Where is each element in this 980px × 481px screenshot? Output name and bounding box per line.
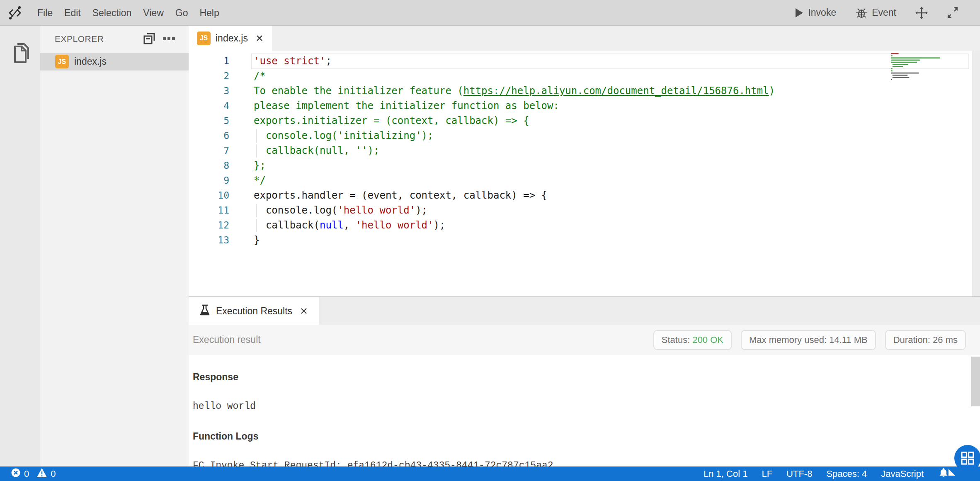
code-editor[interactable]: 1'use strict';2/*3To enable the initiali… bbox=[189, 51, 980, 296]
line-number[interactable]: 11 bbox=[189, 203, 249, 218]
explorer-header: EXPLORER bbox=[40, 26, 189, 51]
line-number[interactable]: 10 bbox=[189, 188, 249, 203]
code-line-text: To enable the initializer feature (https… bbox=[249, 85, 775, 97]
errors-icon[interactable] bbox=[11, 468, 21, 480]
code-line-2[interactable]: 2/* bbox=[189, 68, 980, 83]
code-line-text: callback(null, 'hello world'); bbox=[249, 219, 445, 231]
menu-edit[interactable]: Edit bbox=[58, 0, 87, 26]
code-line-11[interactable]: 11 console.log('hello world'); bbox=[189, 203, 980, 218]
tab-label: index.js bbox=[216, 33, 248, 44]
tab-index-js[interactable]: JS index.js bbox=[189, 26, 272, 51]
expand-button[interactable] bbox=[947, 7, 958, 19]
line-number[interactable]: 12 bbox=[189, 218, 249, 233]
code-line-9[interactable]: 9*/ bbox=[189, 173, 980, 188]
more-actions-icon[interactable] bbox=[163, 36, 175, 43]
encoding-indicator[interactable]: UTF-8 bbox=[786, 469, 812, 479]
code-line-text: */ bbox=[249, 175, 266, 186]
panel-scrollbar[interactable] bbox=[971, 357, 980, 406]
code-line-7[interactable]: 7 callback(null, ''); bbox=[189, 143, 980, 158]
code-line-text: } bbox=[249, 234, 260, 246]
move-button[interactable] bbox=[915, 7, 928, 19]
event-button[interactable]: Event bbox=[855, 7, 896, 19]
indentation-indicator[interactable]: Spaces: 4 bbox=[826, 469, 867, 479]
bell-icon[interactable] bbox=[938, 467, 949, 481]
menu-bar: FileEditSelectionViewGoHelp InvokeEvent bbox=[0, 0, 980, 26]
action-label: Invoke bbox=[808, 7, 836, 18]
status-badge-2: Duration: 26 ms bbox=[885, 330, 966, 350]
move-icon bbox=[915, 7, 928, 19]
app-logo-icon[interactable] bbox=[6, 4, 24, 22]
line-number[interactable]: 5 bbox=[189, 113, 249, 128]
code-line-text: exports.handler = (event, context, callb… bbox=[249, 189, 547, 201]
menu-help[interactable]: Help bbox=[194, 0, 225, 26]
warnings-icon[interactable] bbox=[36, 468, 47, 480]
menu-selection[interactable]: Selection bbox=[87, 0, 138, 26]
expand-icon bbox=[947, 7, 958, 19]
code-line-6[interactable]: 6 console.log('initializing'); bbox=[189, 128, 980, 143]
code-line-text: }; bbox=[249, 160, 266, 171]
menu-items: FileEditSelectionViewGoHelp bbox=[32, 0, 225, 26]
function-logs-heading: Function Logs bbox=[193, 431, 980, 442]
tab-close-icon[interactable] bbox=[255, 34, 264, 42]
panel-close-icon[interactable] bbox=[300, 307, 308, 315]
line-number[interactable]: 2 bbox=[189, 68, 249, 83]
cursor-position[interactable]: Ln 1, Col 1 bbox=[703, 469, 747, 479]
line-number[interactable]: 3 bbox=[189, 83, 249, 98]
line-number[interactable]: 13 bbox=[189, 233, 249, 248]
files-explorer-icon[interactable] bbox=[9, 41, 31, 68]
indent-guide bbox=[256, 129, 257, 143]
code-line-8[interactable]: 8}; bbox=[189, 158, 980, 173]
collapse-folders-icon[interactable] bbox=[142, 32, 156, 47]
line-number[interactable]: 4 bbox=[189, 98, 249, 113]
line-number[interactable]: 9 bbox=[189, 173, 249, 188]
activity-bar bbox=[0, 26, 40, 466]
menu-file[interactable]: File bbox=[32, 0, 58, 26]
code-line-1[interactable]: 1'use strict'; bbox=[189, 53, 980, 68]
indent-guide bbox=[256, 219, 257, 232]
line-number[interactable]: 8 bbox=[189, 158, 249, 173]
error-count[interactable]: 0 bbox=[24, 469, 29, 479]
apps-grid-button[interactable] bbox=[954, 445, 980, 471]
menu-view[interactable]: View bbox=[137, 0, 169, 26]
explorer-title: EXPLORER bbox=[55, 34, 104, 44]
code-line-3[interactable]: 3To enable the initializer feature (http… bbox=[189, 83, 980, 98]
execution-results-panel: Execution Results Execution result Statu… bbox=[189, 296, 980, 466]
response-body: hello world bbox=[193, 401, 980, 412]
status-badge-1: Max memory used: 14.11 MB bbox=[741, 330, 876, 350]
menu-actions: InvokeEvent bbox=[794, 7, 958, 19]
indent-guide bbox=[256, 204, 257, 217]
editor-scrollbar[interactable] bbox=[972, 51, 980, 296]
code-line-text: 'use strict'; bbox=[249, 55, 332, 67]
code-line-10[interactable]: 10exports.handler = (event, context, cal… bbox=[189, 188, 980, 203]
code-line-5[interactable]: 5exports.initializer = (context, callbac… bbox=[189, 113, 980, 128]
execution-result-label: Execution result bbox=[193, 334, 261, 345]
javascript-file-icon: JS bbox=[55, 55, 69, 68]
line-number[interactable]: 6 bbox=[189, 128, 249, 143]
response-heading: Response bbox=[193, 372, 980, 383]
code-line-12[interactable]: 12 callback(null, 'hello world'); bbox=[189, 218, 980, 233]
sidebar-item-index-js[interactable]: JSindex.js bbox=[40, 53, 189, 70]
status-bar: 0 0 Ln 1, Col 1LFUTF-8Spaces: 4JavaScrip… bbox=[0, 466, 980, 481]
status-badge-0: Status: 200 OK bbox=[653, 330, 732, 350]
editor-tab-bar: JS index.js bbox=[189, 26, 980, 51]
beaker-icon bbox=[199, 304, 210, 318]
explorer-sidebar: EXPLORER JSindex.js bbox=[40, 26, 189, 466]
code-line-text: console.log('hello world'); bbox=[249, 204, 427, 216]
language-mode[interactable]: JavaScript bbox=[881, 469, 924, 479]
grid-icon bbox=[960, 450, 975, 466]
line-number[interactable]: 7 bbox=[189, 143, 249, 158]
menu-go[interactable]: Go bbox=[170, 0, 194, 26]
line-number[interactable]: 1 bbox=[189, 53, 249, 68]
code-line-13[interactable]: 13} bbox=[189, 233, 980, 248]
tab-execution-results[interactable]: Execution Results bbox=[189, 297, 319, 325]
result-badges: Status: 200 OKMax memory used: 14.11 MBD… bbox=[653, 330, 966, 350]
code-line-text: /* bbox=[249, 70, 266, 82]
minimap[interactable] bbox=[890, 52, 967, 85]
panel-tab-bar: Execution Results bbox=[189, 297, 980, 325]
file-name: index.js bbox=[74, 56, 107, 67]
warning-count[interactable]: 0 bbox=[51, 469, 56, 479]
code-line-4[interactable]: 4please implement the initializer functi… bbox=[189, 98, 980, 113]
panel-header: Execution result Status: 200 OKMax memor… bbox=[189, 325, 980, 355]
invoke-button[interactable]: Invoke bbox=[794, 7, 836, 18]
eol-indicator[interactable]: LF bbox=[762, 469, 772, 479]
